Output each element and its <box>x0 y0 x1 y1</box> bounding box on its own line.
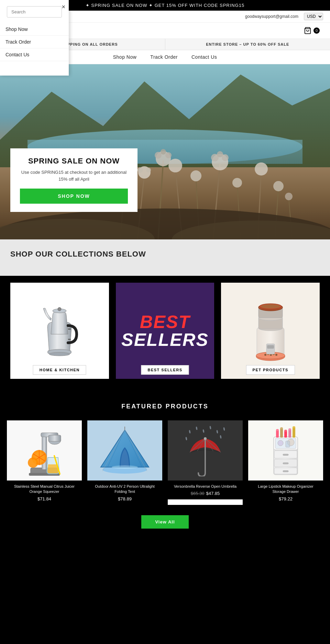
nav-shop-now[interactable]: Shop Now <box>113 54 137 60</box>
svg-point-24 <box>232 178 242 188</box>
collection-card-pet[interactable]: PET PRODUCTS <box>221 283 320 379</box>
collections-section: SHOP OUR COLLECTIONS BELOW <box>0 239 330 276</box>
svg-point-89 <box>185 437 187 440</box>
tent-product-image <box>87 420 162 481</box>
juicer-product-price: $71.84 <box>10 496 79 501</box>
svg-point-84 <box>196 426 198 430</box>
info-sale: ENTIRE STORE – UP TO 60% OFF SALE <box>165 39 330 50</box>
product-card-tent[interactable]: Outdoor Anti-UV 2 Person Ultralight Fold… <box>87 420 162 505</box>
product-card-umbrella[interactable]: Versonbrella Reverse Open Umbrella $65.3… <box>168 420 243 505</box>
svg-rect-60 <box>267 345 274 349</box>
svg-point-58 <box>261 304 280 308</box>
collections-title: SHOP OUR COLLECTIONS BELOW <box>10 250 320 259</box>
featured-section: FEATURED PRODUCTS <box>0 389 330 546</box>
svg-point-87 <box>216 430 218 433</box>
tent-icon <box>99 427 151 475</box>
pet-card-image <box>221 283 320 379</box>
svg-point-40 <box>49 352 70 356</box>
cart-button[interactable]: 0 <box>304 27 320 34</box>
svg-point-107 <box>276 429 279 431</box>
umbrella-original-price: $65.30 <box>191 491 205 496</box>
svg-point-113 <box>288 428 291 430</box>
svg-point-109 <box>280 427 283 429</box>
tent-product-name: Outdoor Anti-UV 2 Person Ultralight Fold… <box>90 484 160 495</box>
svg-rect-119 <box>286 441 290 447</box>
svg-point-28 <box>273 181 284 191</box>
kitchen-card-image <box>10 283 109 379</box>
collection-card-kitchen[interactable]: HOME & KITCHEN <box>10 283 109 379</box>
svg-point-46 <box>264 354 266 356</box>
view-all-button[interactable]: View all <box>141 515 188 529</box>
svg-rect-102 <box>283 454 288 455</box>
svg-point-13 <box>161 149 166 155</box>
nav-track-order[interactable]: Track Order <box>150 54 178 60</box>
hero-content-box: SPRING SALE ON NOW Use code SPRING15 at … <box>10 148 138 212</box>
svg-point-38 <box>58 307 61 311</box>
currency-selector[interactable]: USD EUR GBP CAD AUD <box>304 13 323 20</box>
juicer-price-value: $71.84 <box>37 496 51 501</box>
organizer-price-value: $79.22 <box>279 496 293 501</box>
tent-product-info: Outdoor Anti-UV 2 Person Ultralight Fold… <box>87 481 162 505</box>
menu-close-button[interactable]: × <box>62 3 65 11</box>
svg-rect-112 <box>288 429 291 438</box>
menu-search-input[interactable] <box>7 6 62 18</box>
announcement-text: ✦ SPRING SALE ON NOW ✦ GET 15% OFF WITH … <box>86 3 245 8</box>
product-card-juicer[interactable]: Stainless Steel Manual Citrus Juicer Ora… <box>7 420 82 505</box>
svg-point-90 <box>220 435 222 439</box>
organizer-icon <box>265 423 306 478</box>
hero-cta-button[interactable]: SHOP NOW <box>20 189 128 204</box>
umbrella-product-price: $65.30$47.85 <box>170 491 240 496</box>
support-email: goodwaysupport@gmail.com <box>245 14 298 19</box>
bestsellers-card-label: BEST SELLERS <box>141 365 189 375</box>
menu-item-track[interactable]: Track Order <box>0 36 69 48</box>
svg-rect-66 <box>48 435 61 441</box>
kitchen-card-label: HOME & KITCHEN <box>33 365 86 375</box>
svg-point-11 <box>155 152 162 159</box>
svg-rect-104 <box>283 471 288 472</box>
hero-subtitle: Use code SPRING15 at checkout to get an … <box>20 169 128 182</box>
umbrella-sale-price: $47.85 <box>206 491 220 496</box>
organizer-product-image <box>248 420 323 481</box>
svg-point-22 <box>217 151 223 157</box>
tent-product-price: $78.89 <box>90 496 160 501</box>
svg-point-82 <box>112 465 138 469</box>
svg-rect-108 <box>280 428 283 438</box>
tent-price-value: $78.89 <box>118 496 132 501</box>
umbrella-product-image <box>168 420 243 481</box>
collection-card-bestsellers[interactable]: BEST SELLERS BEST SELLERS <box>116 283 214 379</box>
hero-section: SPRING SALE ON NOW Use code SPRING15 at … <box>0 64 330 239</box>
svg-point-32 <box>285 193 293 200</box>
juicer-product-image <box>7 420 82 481</box>
svg-rect-114 <box>293 427 295 438</box>
svg-point-97 <box>204 437 207 440</box>
cart-count: 0 <box>314 27 320 34</box>
svg-point-7 <box>138 167 143 173</box>
pet-card-label: PET PRODUCTS <box>246 365 295 375</box>
umbrella-product-name: Versonbrella Reverse Open Umbrella <box>170 484 240 489</box>
featured-title: FEATURED PRODUCTS <box>7 403 323 410</box>
svg-point-73 <box>30 459 36 466</box>
svg-point-83 <box>189 430 191 433</box>
bestsellers-text-line2: SELLERS <box>121 331 209 349</box>
svg-point-86 <box>209 426 211 429</box>
organizer-product-info: Large Lipstick Makeup Organizer Storage … <box>248 481 323 505</box>
svg-point-8 <box>146 168 151 172</box>
svg-point-88 <box>223 427 225 431</box>
product-card-organizer[interactable]: Large Lipstick Makeup Organizer Storage … <box>248 420 323 505</box>
menu-item-contact[interactable]: Contact Us <box>0 48 69 61</box>
moka-pot-icon <box>41 296 78 365</box>
organizer-product-name: Large Lipstick Makeup Organizer Storage … <box>251 484 320 495</box>
umbrella-product-info: Versonbrella Reverse Open Umbrella $65.3… <box>168 481 243 499</box>
mobile-menu: × Shop Now Track Order Contact Us <box>0 0 69 76</box>
menu-item-shop[interactable]: Shop Now <box>0 23 69 36</box>
nav-contact-us[interactable]: Contact Us <box>191 54 217 60</box>
svg-rect-103 <box>283 463 288 464</box>
umbrella-icon <box>183 425 228 476</box>
svg-point-26 <box>255 162 268 176</box>
bestsellers-card-image: BEST SELLERS <box>116 283 214 379</box>
svg-point-50 <box>275 354 277 356</box>
menu-items-list: Shop Now Track Order Contact Us <box>0 23 69 61</box>
pet-feeder-icon <box>246 296 295 365</box>
svg-point-115 <box>293 426 295 428</box>
svg-point-111 <box>284 430 287 432</box>
